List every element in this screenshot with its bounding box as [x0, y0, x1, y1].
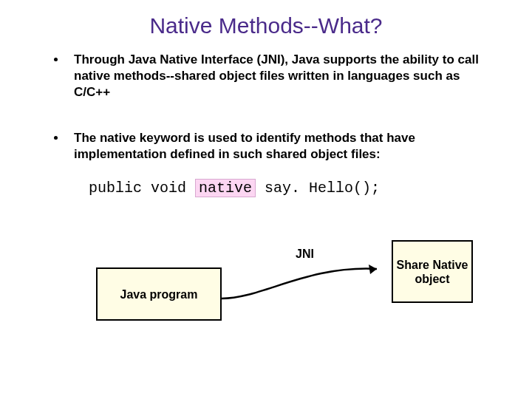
code-prefix: public void [89, 180, 195, 197]
bullet-1: Through Java Native Interface (JNI), Jav… [66, 52, 495, 100]
arrow-icon [218, 258, 403, 310]
bullet-2: The native keyword is used to identify m… [66, 130, 495, 163]
diagram-box-right: Share Native object [392, 240, 473, 303]
code-highlight: native [195, 179, 256, 197]
code-suffix: say. Hello(); [256, 180, 380, 197]
diagram-box-left: Java program [96, 267, 222, 321]
svg-marker-0 [369, 265, 377, 274]
code-example: public void native say. Hello(); [89, 179, 495, 197]
slide-body: Through Java Native Interface (JNI), Jav… [0, 52, 532, 338]
slide-title: Native Methods--What? [0, 13, 532, 38]
jni-diagram: Java program Share Native object JNI [74, 227, 495, 338]
